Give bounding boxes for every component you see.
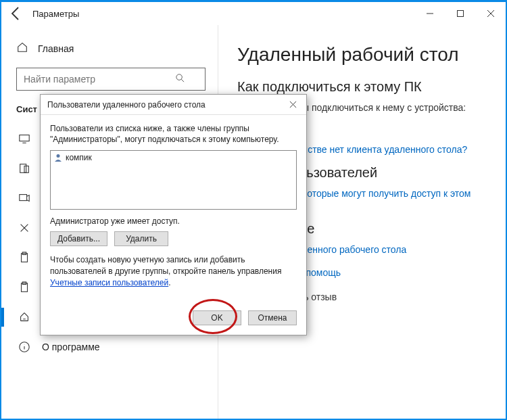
user-list[interactable]: компик xyxy=(50,150,297,210)
dialog-titlebar: Пользователи удаленного рабочего стола xyxy=(41,95,306,115)
remote-desktop-icon xyxy=(18,310,31,324)
add-user-button[interactable]: Добавить... xyxy=(50,231,107,246)
experience-icon xyxy=(18,221,31,235)
sidebar-home-label: Главная xyxy=(38,43,74,54)
dialog-title: Пользователи удаленного рабочего стола xyxy=(47,100,206,110)
minimize-button[interactable] xyxy=(414,3,445,24)
display-icon xyxy=(18,132,31,145)
remote-users-dialog: Пользователи удаленного рабочего стола П… xyxy=(40,94,307,335)
search-wrap xyxy=(16,68,203,91)
sidebar-item-about[interactable]: О программе xyxy=(16,332,203,362)
user-icon xyxy=(53,153,63,162)
cancel-button[interactable]: Отмена xyxy=(248,310,297,325)
svg-rect-8 xyxy=(20,164,26,173)
svg-point-24 xyxy=(57,154,60,158)
remove-user-button[interactable]: Удалить xyxy=(114,231,168,246)
ok-button[interactable]: OK xyxy=(193,310,241,325)
svg-rect-1 xyxy=(457,11,463,17)
dialog-close-button[interactable] xyxy=(283,97,302,113)
clipboard2-icon xyxy=(18,281,31,294)
admin-note: Администратор уже имеет доступ. xyxy=(50,216,297,226)
sidebar-item-label: О программе xyxy=(42,342,100,352)
back-button[interactable] xyxy=(8,5,24,22)
page-title: Удаленный рабочий стол xyxy=(237,44,492,66)
phone-link-icon xyxy=(18,162,31,175)
sidebar-home[interactable]: Главная xyxy=(16,37,203,68)
clipboard-icon xyxy=(18,251,31,264)
user-accounts-link[interactable]: Учетные записи пользователей xyxy=(50,278,168,287)
user-name: компик xyxy=(66,153,92,162)
close-button[interactable] xyxy=(475,3,506,24)
svg-line-5 xyxy=(181,79,184,82)
titlebar: Параметры xyxy=(1,2,506,25)
maximize-button[interactable] xyxy=(445,3,475,24)
window-title: Параметры xyxy=(32,9,79,19)
projection-icon xyxy=(18,191,31,205)
svg-point-4 xyxy=(176,74,182,80)
svg-rect-6 xyxy=(20,135,29,141)
section-connect-title: Как подключиться к этому ПК xyxy=(237,79,492,95)
dialog-description: Пользователи из списка ниже, а также чле… xyxy=(50,123,297,145)
info-icon xyxy=(18,340,31,354)
dialog-hint: Чтобы создать новую учетную запись или д… xyxy=(50,254,297,288)
home-icon xyxy=(16,41,28,55)
user-list-item[interactable]: компик xyxy=(52,152,295,163)
svg-rect-10 xyxy=(20,195,27,201)
search-icon xyxy=(175,73,185,85)
